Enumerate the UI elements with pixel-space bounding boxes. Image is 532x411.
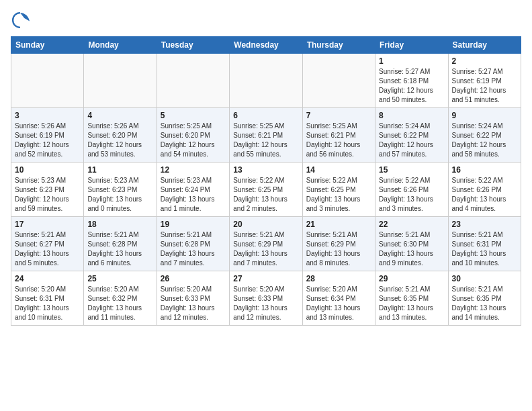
- day-number: 19: [161, 220, 226, 229]
- calendar-header-tuesday: Tuesday: [157, 37, 229, 54]
- calendar-cell: 29Sunrise: 5:21 AM Sunset: 6:35 PM Dayli…: [375, 271, 448, 326]
- day-detail: Sunrise: 5:21 AM Sunset: 6:29 PM Dayligh…: [306, 230, 371, 268]
- day-number: 13: [233, 165, 298, 175]
- day-detail: Sunrise: 5:21 AM Sunset: 6:28 PM Dayligh…: [161, 230, 226, 268]
- day-detail: Sunrise: 5:21 AM Sunset: 6:28 PM Dayligh…: [87, 230, 152, 268]
- calendar-cell: 8Sunrise: 5:24 AM Sunset: 6:22 PM Daylig…: [375, 108, 448, 163]
- calendar-header-thursday: Thursday: [302, 37, 375, 54]
- header: [11, 11, 521, 30]
- day-number: 8: [379, 111, 444, 120]
- calendar-cell: [230, 54, 302, 108]
- day-detail: Sunrise: 5:20 AM Sunset: 6:33 PM Dayligh…: [233, 285, 298, 322]
- day-detail: Sunrise: 5:21 AM Sunset: 6:29 PM Dayligh…: [233, 230, 298, 268]
- calendar-week-row: 10Sunrise: 5:23 AM Sunset: 6:23 PM Dayli…: [11, 163, 521, 217]
- calendar-cell: [11, 54, 84, 108]
- day-detail: Sunrise: 5:25 AM Sunset: 6:21 PM Dayligh…: [233, 122, 298, 159]
- calendar-cell: 4Sunrise: 5:26 AM Sunset: 6:20 PM Daylig…: [84, 108, 157, 163]
- calendar-cell: [157, 54, 229, 108]
- calendar-cell: 19Sunrise: 5:21 AM Sunset: 6:28 PM Dayli…: [157, 217, 229, 271]
- day-detail: Sunrise: 5:21 AM Sunset: 6:27 PM Dayligh…: [15, 230, 80, 268]
- day-number: 21: [306, 220, 371, 229]
- calendar-cell: 11Sunrise: 5:23 AM Sunset: 6:23 PM Dayli…: [84, 163, 157, 217]
- day-number: 15: [379, 165, 444, 175]
- calendar-cell: 28Sunrise: 5:20 AM Sunset: 6:34 PM Dayli…: [302, 271, 375, 326]
- day-number: 29: [379, 274, 444, 283]
- day-number: 26: [161, 274, 226, 283]
- day-number: 22: [379, 220, 444, 229]
- calendar: SundayMondayTuesdayWednesdayThursdayFrid…: [11, 36, 521, 326]
- day-detail: Sunrise: 5:20 AM Sunset: 6:32 PM Dayligh…: [87, 285, 152, 322]
- calendar-cell: 16Sunrise: 5:22 AM Sunset: 6:26 PM Dayli…: [448, 163, 521, 217]
- calendar-cell: 9Sunrise: 5:24 AM Sunset: 6:22 PM Daylig…: [448, 108, 521, 163]
- day-number: 14: [306, 165, 371, 175]
- day-number: 11: [87, 165, 152, 175]
- day-number: 17: [15, 220, 80, 229]
- calendar-cell: 23Sunrise: 5:21 AM Sunset: 6:31 PM Dayli…: [448, 217, 521, 271]
- calendar-week-row: 24Sunrise: 5:20 AM Sunset: 6:31 PM Dayli…: [11, 271, 521, 326]
- day-detail: Sunrise: 5:23 AM Sunset: 6:24 PM Dayligh…: [161, 176, 226, 214]
- calendar-cell: 12Sunrise: 5:23 AM Sunset: 6:24 PM Dayli…: [157, 163, 229, 217]
- day-detail: Sunrise: 5:21 AM Sunset: 6:35 PM Dayligh…: [379, 285, 444, 322]
- logo: [11, 11, 32, 30]
- calendar-cell: 15Sunrise: 5:22 AM Sunset: 6:26 PM Dayli…: [375, 163, 448, 217]
- day-detail: Sunrise: 5:26 AM Sunset: 6:20 PM Dayligh…: [87, 122, 152, 159]
- calendar-header-sunday: Sunday: [11, 37, 84, 54]
- day-number: 3: [15, 111, 80, 120]
- calendar-header-monday: Monday: [84, 37, 157, 54]
- day-detail: Sunrise: 5:25 AM Sunset: 6:20 PM Dayligh…: [161, 122, 226, 159]
- day-number: 28: [306, 274, 371, 283]
- day-detail: Sunrise: 5:22 AM Sunset: 6:26 PM Dayligh…: [379, 176, 444, 214]
- day-number: 23: [452, 220, 517, 229]
- day-detail: Sunrise: 5:21 AM Sunset: 6:30 PM Dayligh…: [379, 230, 444, 268]
- calendar-cell: 20Sunrise: 5:21 AM Sunset: 6:29 PM Dayli…: [230, 217, 302, 271]
- day-number: 1: [379, 56, 444, 66]
- day-number: 30: [452, 274, 517, 283]
- day-number: 7: [306, 111, 371, 120]
- day-detail: Sunrise: 5:23 AM Sunset: 6:23 PM Dayligh…: [15, 176, 80, 214]
- day-detail: Sunrise: 5:26 AM Sunset: 6:19 PM Dayligh…: [15, 122, 80, 159]
- calendar-header-saturday: Saturday: [448, 37, 521, 54]
- calendar-header-friday: Friday: [375, 37, 448, 54]
- calendar-cell: [84, 54, 157, 108]
- day-number: 4: [87, 111, 152, 120]
- day-number: 12: [161, 165, 226, 175]
- day-number: 10: [15, 165, 80, 175]
- day-number: 16: [452, 165, 517, 175]
- day-detail: Sunrise: 5:22 AM Sunset: 6:26 PM Dayligh…: [452, 176, 517, 214]
- calendar-cell: 21Sunrise: 5:21 AM Sunset: 6:29 PM Dayli…: [302, 217, 375, 271]
- calendar-cell: 22Sunrise: 5:21 AM Sunset: 6:30 PM Dayli…: [375, 217, 448, 271]
- calendar-cell: 27Sunrise: 5:20 AM Sunset: 6:33 PM Dayli…: [230, 271, 302, 326]
- day-detail: Sunrise: 5:27 AM Sunset: 6:19 PM Dayligh…: [452, 67, 517, 105]
- calendar-cell: 1Sunrise: 5:27 AM Sunset: 6:18 PM Daylig…: [375, 54, 448, 108]
- day-detail: Sunrise: 5:20 AM Sunset: 6:33 PM Dayligh…: [161, 285, 226, 322]
- day-number: 18: [87, 220, 152, 229]
- calendar-cell: 18Sunrise: 5:21 AM Sunset: 6:28 PM Dayli…: [84, 217, 157, 271]
- calendar-cell: 5Sunrise: 5:25 AM Sunset: 6:20 PM Daylig…: [157, 108, 229, 163]
- calendar-cell: 25Sunrise: 5:20 AM Sunset: 6:32 PM Dayli…: [84, 271, 157, 326]
- day-number: 9: [452, 111, 517, 120]
- calendar-cell: 24Sunrise: 5:20 AM Sunset: 6:31 PM Dayli…: [11, 271, 84, 326]
- day-detail: Sunrise: 5:20 AM Sunset: 6:31 PM Dayligh…: [15, 285, 80, 322]
- day-detail: Sunrise: 5:21 AM Sunset: 6:35 PM Dayligh…: [452, 285, 517, 322]
- calendar-cell: 10Sunrise: 5:23 AM Sunset: 6:23 PM Dayli…: [11, 163, 84, 217]
- day-number: 2: [452, 56, 517, 66]
- calendar-header-wednesday: Wednesday: [230, 37, 302, 54]
- day-number: 27: [233, 274, 298, 283]
- calendar-cell: 17Sunrise: 5:21 AM Sunset: 6:27 PM Dayli…: [11, 217, 84, 271]
- day-detail: Sunrise: 5:22 AM Sunset: 6:25 PM Dayligh…: [233, 176, 298, 214]
- calendar-header-row: SundayMondayTuesdayWednesdayThursdayFrid…: [11, 37, 521, 54]
- day-detail: Sunrise: 5:24 AM Sunset: 6:22 PM Dayligh…: [452, 122, 517, 159]
- calendar-week-row: 17Sunrise: 5:21 AM Sunset: 6:27 PM Dayli…: [11, 217, 521, 271]
- calendar-week-row: 3Sunrise: 5:26 AM Sunset: 6:19 PM Daylig…: [11, 108, 521, 163]
- calendar-cell: 2Sunrise: 5:27 AM Sunset: 6:19 PM Daylig…: [448, 54, 521, 108]
- calendar-cell: [302, 54, 375, 108]
- calendar-cell: 3Sunrise: 5:26 AM Sunset: 6:19 PM Daylig…: [11, 108, 84, 163]
- calendar-cell: 13Sunrise: 5:22 AM Sunset: 6:25 PM Dayli…: [230, 163, 302, 217]
- day-detail: Sunrise: 5:22 AM Sunset: 6:25 PM Dayligh…: [306, 176, 371, 214]
- day-detail: Sunrise: 5:23 AM Sunset: 6:23 PM Dayligh…: [87, 176, 152, 214]
- calendar-cell: 26Sunrise: 5:20 AM Sunset: 6:33 PM Dayli…: [157, 271, 229, 326]
- day-number: 6: [233, 111, 298, 120]
- calendar-cell: 14Sunrise: 5:22 AM Sunset: 6:25 PM Dayli…: [302, 163, 375, 217]
- day-number: 20: [233, 220, 298, 229]
- day-detail: Sunrise: 5:24 AM Sunset: 6:22 PM Dayligh…: [379, 122, 444, 159]
